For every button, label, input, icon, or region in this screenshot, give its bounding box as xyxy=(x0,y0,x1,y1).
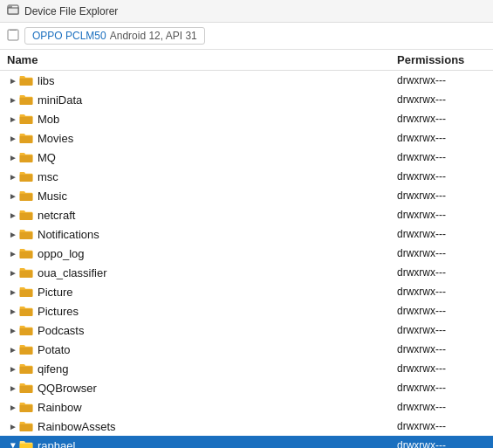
file-name: Pictures xyxy=(38,305,79,318)
list-item[interactable]: ► Picture drwxrwx--- xyxy=(0,282,493,301)
file-row-content: ► Podcasts xyxy=(0,324,397,337)
folder-icon xyxy=(19,152,33,162)
chevron-icon: ► xyxy=(7,287,19,297)
permissions-cell: drwxrwx--- xyxy=(397,343,493,355)
chevron-icon: ► xyxy=(7,249,19,258)
file-name: MQ xyxy=(38,151,56,164)
list-item[interactable]: ► MQ drwxrwx--- xyxy=(0,148,493,167)
folder-icon xyxy=(19,133,33,143)
file-name: msc xyxy=(38,170,58,183)
file-row-content: ► Potato xyxy=(0,343,397,356)
folder-icon xyxy=(19,248,33,258)
list-item[interactable]: ► Notifications drwxrwx--- xyxy=(0,224,493,244)
permissions-cell: drwxrwx--- xyxy=(397,286,493,298)
chevron-icon: ► xyxy=(7,268,19,278)
permissions-cell: drwxrwx--- xyxy=(397,324,493,336)
file-name: Rainbow xyxy=(38,401,82,414)
list-item[interactable]: ► oua_classifier drwxrwx--- xyxy=(0,263,493,282)
permissions-cell: drwxrwx--- xyxy=(397,209,493,221)
folder-icon xyxy=(19,267,33,278)
permissions-cell: drwxrwx--- xyxy=(397,362,493,375)
folder-icon xyxy=(19,306,33,316)
file-name: raphael xyxy=(38,439,75,449)
list-item[interactable]: ► oppo_log drwxrwx--- xyxy=(0,244,493,263)
file-name: netcraft xyxy=(38,209,75,222)
file-row-content: ► miniData xyxy=(0,93,397,107)
list-item[interactable]: ► qifeng drwxrwx--- xyxy=(0,359,493,378)
folder-icon xyxy=(19,171,33,182)
file-row-content: ► Pictures xyxy=(0,305,397,318)
file-name: miniData xyxy=(38,93,82,107)
list-item[interactable]: ► RainbowAssets drwxrwx--- xyxy=(0,417,493,436)
list-item[interactable]: ► QQBrowser drwxrwx--- xyxy=(0,378,493,397)
file-name: libs xyxy=(38,74,55,87)
chevron-icon: ► xyxy=(7,345,19,355)
file-row-content: ► oua_classifier xyxy=(0,266,397,279)
permissions-cell: drwxrwx--- xyxy=(397,151,493,163)
folder-icon xyxy=(19,402,33,412)
chevron-icon: ► xyxy=(7,326,19,335)
list-item[interactable]: ► msc drwxrwx--- xyxy=(0,167,493,186)
chevron-icon: ► xyxy=(7,422,19,431)
chevron-icon: ► xyxy=(7,191,19,201)
chevron-icon: ► xyxy=(7,134,19,143)
file-name: Picture xyxy=(38,286,72,299)
file-row-content: ► netcraft xyxy=(0,209,397,222)
list-item[interactable]: ► Movies drwxrwx--- xyxy=(0,128,493,148)
chevron-icon: ► xyxy=(7,230,19,239)
folder-icon xyxy=(19,421,33,431)
permissions-cell: drwxrwx--- xyxy=(397,93,493,106)
table-header: Name Permissions xyxy=(0,50,493,71)
folder-icon xyxy=(19,229,33,239)
file-row-content: ► Picture xyxy=(0,286,397,299)
folder-icon xyxy=(19,440,33,448)
file-row-content: ► oppo_log xyxy=(0,247,397,260)
file-name: Mob xyxy=(38,113,59,126)
list-item[interactable]: ► Pictures drwxrwx--- xyxy=(0,301,493,320)
file-row-content: ► MQ xyxy=(0,151,397,164)
list-item[interactable]: ► Podcasts drwxrwx--- xyxy=(0,320,493,340)
permissions-column-header: Permissions xyxy=(397,53,493,66)
folder-icon xyxy=(19,94,33,105)
explorer-icon xyxy=(7,3,19,18)
list-item[interactable]: ► Rainbow drwxrwx--- xyxy=(0,397,493,417)
file-row-content: ► Rainbow xyxy=(0,401,397,414)
device-api: Android 12, API 31 xyxy=(110,30,197,42)
file-row-content: ► Music xyxy=(0,190,397,203)
file-name: Potato xyxy=(38,343,71,356)
device-icon xyxy=(7,29,19,44)
svg-rect-2 xyxy=(8,8,18,14)
permissions-cell: drwxrwx--- xyxy=(397,439,493,448)
file-name: Movies xyxy=(38,132,73,145)
permissions-cell: drwxrwx--- xyxy=(397,190,493,202)
list-item[interactable]: ► raphael drwxrwx--- xyxy=(0,436,493,448)
permissions-cell: drwxrwx--- xyxy=(397,113,493,125)
file-row-content: ► libs xyxy=(0,74,397,87)
file-row-content: ► msc xyxy=(0,170,397,183)
file-row-content: ► raphael xyxy=(0,439,397,449)
permissions-cell: drwxrwx--- xyxy=(397,401,493,413)
list-item[interactable]: ► Mob drwxrwx--- xyxy=(0,109,493,128)
file-list[interactable]: ► libs drwxrwx--- ► miniData drwxrwx--- … xyxy=(0,71,493,448)
file-name: Music xyxy=(38,190,67,203)
device-bar: OPPO PCLM50 Android 12, API 31 xyxy=(0,23,493,50)
list-item[interactable]: ► netcraft drwxrwx--- xyxy=(0,205,493,224)
title-bar: Device File Explorer xyxy=(0,0,493,23)
file-name: qifeng xyxy=(38,362,68,376)
list-item[interactable]: ► miniData drwxrwx--- xyxy=(0,90,493,109)
list-item[interactable]: ► Potato drwxrwx--- xyxy=(0,340,493,359)
chevron-icon: ► xyxy=(9,439,18,448)
folder-icon xyxy=(19,344,33,355)
list-item[interactable]: ► Music drwxrwx--- xyxy=(0,186,493,205)
folder-icon xyxy=(19,210,33,220)
permissions-cell: drwxrwx--- xyxy=(397,266,493,279)
permissions-cell: drwxrwx--- xyxy=(397,170,493,183)
chevron-icon: ► xyxy=(7,383,19,393)
list-item[interactable]: ► libs drwxrwx--- xyxy=(0,71,493,90)
permissions-cell: drwxrwx--- xyxy=(397,420,493,432)
folder-icon xyxy=(19,325,33,335)
permissions-cell: drwxrwx--- xyxy=(397,228,493,240)
permissions-cell: drwxrwx--- xyxy=(397,305,493,317)
chevron-icon: ► xyxy=(7,403,19,412)
file-row-content: ► Movies xyxy=(0,132,397,145)
